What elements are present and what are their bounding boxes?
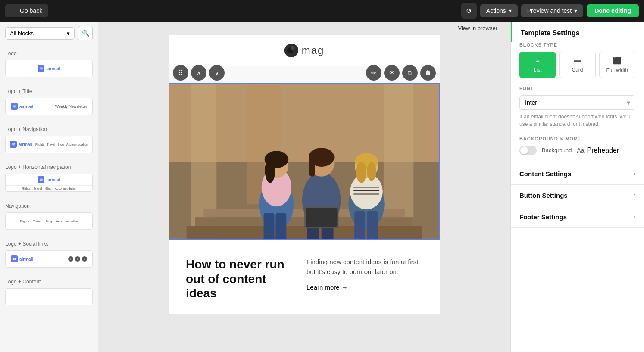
go-back-button[interactable]: ← Go back <box>5 4 48 17</box>
background-section: BACKGROUND & MORE Background Aa Preheade… <box>511 136 644 163</box>
content-settings-chevron-icon: › <box>634 171 635 177</box>
background-label: BACKGROUND & MORE <box>519 136 635 141</box>
facebook-icon: f <box>68 256 73 262</box>
font-note: If an email client doesn't support web f… <box>519 113 635 128</box>
blocks-filter-select[interactable]: All blocks ▾ <box>5 27 75 40</box>
airmail-text: airmail <box>46 66 60 71</box>
nav-block-preview[interactable]: Flights Travel Blog Accommodation <box>5 212 93 230</box>
background-option-label: Background <box>542 147 572 153</box>
delete-block-button[interactable]: 🗑 <box>420 65 436 81</box>
main-layout: All blocks ▾ 🔍 Logo ✉ airmail Logo + Tit <box>0 22 644 352</box>
preview-block-button[interactable]: 👁 <box>384 65 400 81</box>
twitter-icon: t <box>75 256 80 262</box>
svg-rect-13 <box>264 213 275 239</box>
eye-icon: 👁 <box>389 69 395 76</box>
email-content-block: How to never run out of content ideas Fi… <box>169 240 440 314</box>
svg-point-40 <box>367 162 376 181</box>
logo-title-block-label: Logo + Title <box>5 88 93 94</box>
logo-social-block-label: Logo + Social links <box>5 241 93 247</box>
social-logo: ✉ airmail <box>11 255 33 262</box>
sidebar-section-logo: Logo ✉ airmail <box>0 45 98 83</box>
drag-handle-button[interactable]: ⠿ <box>173 65 188 81</box>
blocks-type-list-button[interactable]: ≡ List <box>519 52 556 78</box>
logo-content-preview-inner: ··· <box>6 289 92 305</box>
background-options: Background Aa Preheader <box>519 146 635 155</box>
svg-rect-11 <box>187 226 422 239</box>
logo-nav-icon: ✉ <box>10 141 17 148</box>
svg-point-39 <box>356 162 366 183</box>
svg-rect-23 <box>306 208 338 227</box>
svg-point-18 <box>265 157 275 183</box>
content-settings-toggle[interactable]: Content Settings › <box>519 170 635 178</box>
email-hero-block: ⠿ ∧ ∨ ✏ 👁 <box>169 83 440 240</box>
nav-link-travel: Travel <box>47 143 55 146</box>
nav-block-label: Navigation <box>5 203 93 209</box>
logo-social-preview-inner: ✉ airmail f t i <box>6 251 92 267</box>
airmail-logo-icon: ✉ <box>38 65 44 72</box>
preview-and-test-button[interactable]: Preview and test ▾ <box>521 4 584 17</box>
canvas-area: View in browser mag <box>98 22 510 352</box>
sidebar-section-logo-social: Logo + Social links ✉ airmail f t i <box>0 236 98 274</box>
font-label: FONT <box>519 86 635 91</box>
actions-button[interactable]: Actions ▾ <box>480 4 518 17</box>
hnav-logo-icon: ✉ <box>38 176 44 183</box>
logo-title-block-preview[interactable]: ✉ airmail Weekly Newsletter <box>5 98 93 115</box>
solo-nav-blog: Blog <box>46 220 52 223</box>
nav-link-flights: Flights <box>35 143 44 146</box>
logo-content-block-preview[interactable]: ··· <box>5 288 93 305</box>
logo-preview-inner: ✉ airmail <box>6 60 92 77</box>
content-settings-section: Content Settings › <box>511 163 644 185</box>
trash-icon: 🗑 <box>425 69 431 76</box>
sidebar-section-logo-content: Logo + Content ··· <box>0 274 98 312</box>
button-settings-toggle[interactable]: Button Settings › <box>519 192 635 199</box>
go-back-icon: ← <box>11 7 17 14</box>
logo-content-block-label: Logo + Content <box>5 279 93 285</box>
history-button[interactable]: ↺ <box>461 3 477 19</box>
hero-svg <box>169 84 439 239</box>
left-sidebar: All blocks ▾ 🔍 Logo ✉ airmail Logo + Tit <box>0 22 98 352</box>
social-logo-icon: ✉ <box>11 255 18 262</box>
logo-title-logo: ✉ airmail <box>11 103 33 110</box>
template-settings-header: Template Settings <box>511 22 644 42</box>
content-right: Finding new content ideas is fun at firs… <box>306 257 423 291</box>
preheader-option[interactable]: Aa Preheader <box>577 146 619 154</box>
content-settings-label: Content Settings <box>519 170 571 178</box>
done-label: Done editing <box>594 7 631 14</box>
logo-hnav-block-preview[interactable]: ✉ airmail Flights Travel Blog Accommodat… <box>5 174 93 192</box>
learn-more-button[interactable]: Learn more → <box>306 283 348 291</box>
background-toggle[interactable] <box>519 146 537 155</box>
logo-block-preview[interactable]: ✉ airmail <box>5 60 93 77</box>
logo-icon-small: ✉ <box>11 103 18 110</box>
duplicate-block-button[interactable]: ⧉ <box>402 65 418 81</box>
solo-nav-accommodation: Accommodation <box>56 220 78 223</box>
blocks-type-fullwidth-button[interactable]: ⬛ Full width <box>599 52 635 78</box>
sidebar-section-logo-navigation: Logo + Navigation ✉ airmail Flights Trav… <box>0 121 98 159</box>
logo-block-label: Logo <box>5 50 93 56</box>
blocks-type-card-button[interactable]: ▬ Card <box>559 52 595 78</box>
view-in-browser-button[interactable]: View in browser <box>458 25 497 31</box>
logo-nav-block-preview[interactable]: ✉ airmail Flights Travel Blog Accommodat… <box>5 136 93 153</box>
search-button[interactable]: 🔍 <box>78 26 93 40</box>
button-settings-chevron-icon: › <box>634 192 635 198</box>
block-toolbar: ⠿ ∧ ∨ ✏ 👁 <box>169 65 439 81</box>
hnav-logo-name: airmail <box>46 178 60 182</box>
done-editing-button[interactable]: Done editing <box>587 4 639 17</box>
svg-rect-34 <box>367 211 378 239</box>
nav-link-blog: Blog <box>58 143 64 146</box>
chevron-up-icon: ∧ <box>197 69 201 76</box>
search-icon: 🔍 <box>82 30 89 37</box>
footer-settings-toggle[interactable]: Footer Settings › <box>519 213 635 221</box>
font-chevron-icon: ▾ <box>627 99 630 106</box>
font-select[interactable]: Inter ▾ <box>519 95 635 110</box>
duplicate-icon: ⧉ <box>408 69 412 77</box>
blocks-type-fullwidth-label: Full width <box>606 67 628 73</box>
edit-block-button[interactable]: ✏ <box>366 65 381 81</box>
nav-links: Flights Travel Blog Accommodation <box>35 143 88 146</box>
move-up-button[interactable]: ∧ <box>191 65 206 81</box>
preheader-label: Preheader <box>587 146 619 154</box>
font-section: FONT Inter ▾ If an email client doesn't … <box>511 86 644 136</box>
move-down-button[interactable]: ∨ <box>209 65 225 81</box>
content-headline: How to never run out of content ideas <box>186 257 294 301</box>
logo-social-block-preview[interactable]: ✉ airmail f t i <box>5 250 93 268</box>
svg-rect-27 <box>309 159 315 177</box>
